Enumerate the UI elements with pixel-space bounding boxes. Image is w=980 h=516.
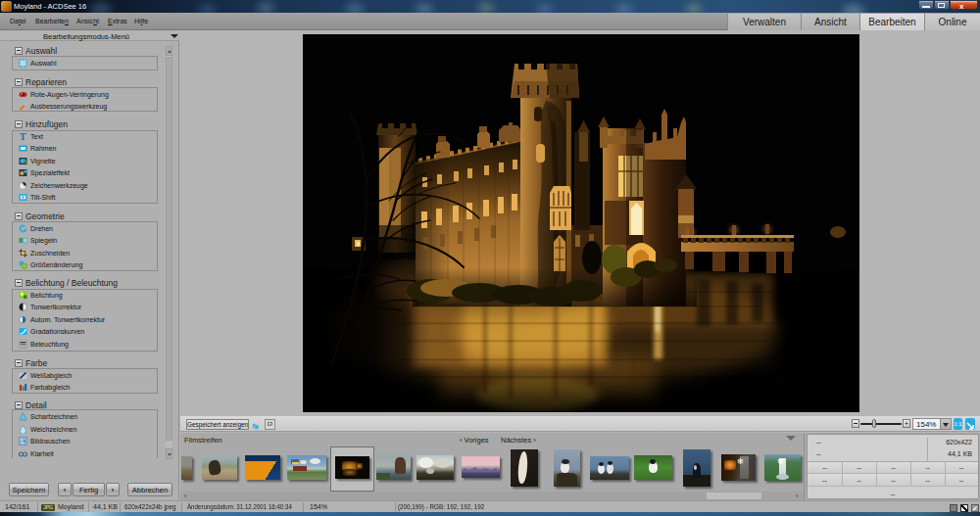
svg-text:T: T [20,132,26,141]
